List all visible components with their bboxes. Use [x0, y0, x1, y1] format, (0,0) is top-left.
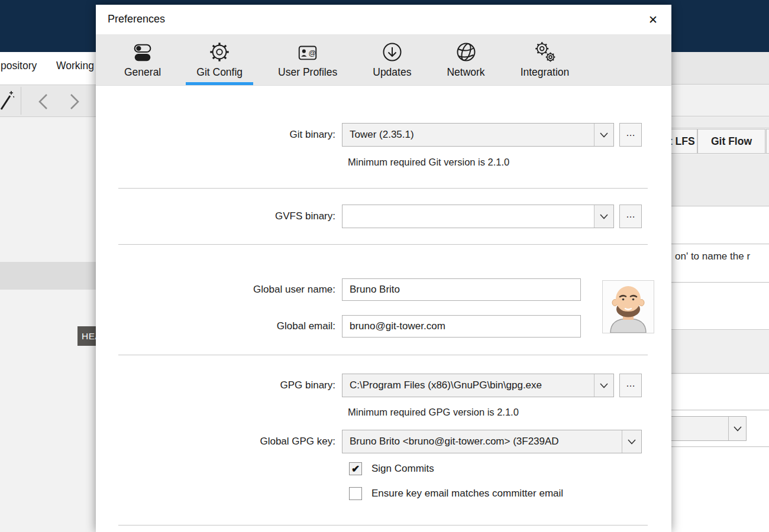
tab-user-profiles[interactable]: @ User Profiles — [267, 34, 348, 85]
git-binary-dropdown[interactable]: Tower (2.35.1) — [342, 123, 614, 147]
gpg-binary-value: C:\Program Files (x86)\GnuPG\bin\gpg.exe — [343, 379, 594, 391]
git-config-form: Git binary: Tower (2.35.1) … Minimum req… — [96, 86, 671, 532]
download-circle-icon — [380, 40, 404, 64]
chevron-down-icon[interactable] — [622, 430, 641, 453]
gvfs-binary-label: GVFS binary: — [96, 210, 342, 222]
global-user-name-field[interactable] — [342, 278, 581, 301]
sign-commits-checkbox-row[interactable]: ✔ Sign Commits — [349, 462, 434, 475]
ensure-key-email-checkbox[interactable] — [349, 487, 362, 500]
separator — [118, 355, 648, 355]
gear-icon — [207, 40, 232, 64]
bg-strip — [671, 117, 769, 128]
tab-integration[interactable]: Integration — [510, 34, 580, 85]
checkmark-icon: ✔ — [351, 463, 360, 475]
chevron-down-icon[interactable] — [594, 374, 613, 397]
wand-icon[interactable] — [0, 89, 14, 114]
tab-label: Updates — [373, 66, 411, 80]
toolbar-right — [671, 52, 769, 85]
global-gpg-key-label: Global GPG key: — [96, 436, 342, 447]
ensure-key-email-checkbox-row[interactable]: Ensure key email matches committer email — [349, 487, 563, 500]
bg-strip — [671, 85, 769, 116]
gpg-binary-browse-button[interactable]: … — [619, 374, 642, 397]
sidebar-background — [0, 118, 96, 532]
back-button[interactable] — [33, 92, 53, 111]
git-flow-label: Git Flow — [711, 135, 752, 148]
toggles-icon — [131, 41, 154, 64]
preferences-dialog: Preferences ✕ General — [96, 5, 671, 532]
forward-button[interactable] — [64, 92, 85, 111]
bg-strip — [671, 330, 769, 374]
sign-commits-label: Sign Commits — [371, 463, 434, 475]
sign-commits-checkbox[interactable]: ✔ — [349, 462, 362, 475]
close-icon[interactable]: ✕ — [644, 11, 662, 28]
background-hint-text: on' to name the r — [675, 251, 750, 262]
git-binary-browse-button[interactable]: … — [619, 123, 642, 147]
dialog-titlebar: Preferences ✕ — [96, 5, 671, 34]
gpg-binary-dropdown[interactable]: C:\Program Files (x86)\GnuPG\bin\gpg.exe — [342, 374, 614, 397]
tab-network[interactable]: Network — [436, 34, 495, 85]
tab-label: User Profiles — [278, 66, 337, 80]
git-flow-button[interactable]: Git Flow — [697, 129, 765, 154]
sidebar-selection-band — [0, 262, 96, 290]
gvfs-binary-browse-button[interactable]: … — [619, 205, 642, 228]
chevron-down-icon[interactable] — [728, 417, 746, 440]
gpg-binary-label: GPG binary: — [96, 379, 342, 391]
menu-item-repository[interactable]: pository — [1, 60, 37, 72]
tab-label: Integration — [521, 66, 570, 80]
global-email-field[interactable] — [342, 315, 581, 338]
segmented-button-partial[interactable] — [766, 129, 769, 154]
gpg-version-hint: Minimum required GPG version is 2.1.0 — [348, 407, 519, 418]
git-version-hint: Minimum required Git version is 2.1.0 — [348, 157, 509, 168]
chevron-down-icon[interactable] — [594, 124, 613, 146]
app-titlebar-right — [671, 0, 769, 52]
tab-general[interactable]: General — [114, 34, 172, 85]
bg-strip — [671, 374, 769, 410]
dialog-title: Preferences — [108, 13, 165, 25]
svg-text:@: @ — [309, 49, 316, 57]
screen: pository Working HEAD Git LFS Git Flow o… — [0, 0, 769, 532]
git-binary-value: Tower (2.35.1) — [343, 129, 594, 141]
tab-git-config[interactable]: Git Config — [186, 34, 253, 85]
tab-label: Network — [447, 66, 484, 80]
tab-label: Git Config — [196, 66, 243, 80]
gears-icon — [532, 40, 558, 64]
git-binary-label: Git binary: — [96, 129, 342, 141]
tab-updates[interactable]: Updates — [362, 34, 422, 85]
ensure-key-email-label: Ensure key email matches committer email — [371, 488, 563, 499]
global-gpg-key-value: Bruno Brito <bruno@git-tower.com> (3F239… — [343, 436, 622, 447]
bg-strip — [671, 154, 769, 206]
bg-strip — [671, 283, 769, 330]
separator — [118, 188, 648, 189]
menu-item-working-copy[interactable]: Working — [56, 60, 94, 72]
separator — [118, 244, 648, 245]
separator — [118, 525, 648, 525]
bg-strip — [671, 207, 769, 244]
tab-strip: General Git Config — [96, 34, 671, 86]
global-email-label: Global email: — [96, 320, 342, 332]
contact-card-icon: @ — [295, 41, 320, 64]
bg-strip — [671, 447, 769, 532]
global-user-name-label: Global user name: — [96, 284, 342, 296]
tab-label: General — [124, 66, 161, 80]
gvfs-binary-dropdown[interactable] — [342, 205, 614, 228]
toolbar-separator — [21, 87, 21, 115]
avatar — [602, 280, 654, 333]
chevron-down-icon[interactable] — [594, 205, 613, 228]
globe-icon — [454, 40, 478, 64]
global-gpg-key-dropdown[interactable]: Bruno Brito <bruno@git-tower.com> (3F239… — [342, 430, 642, 453]
